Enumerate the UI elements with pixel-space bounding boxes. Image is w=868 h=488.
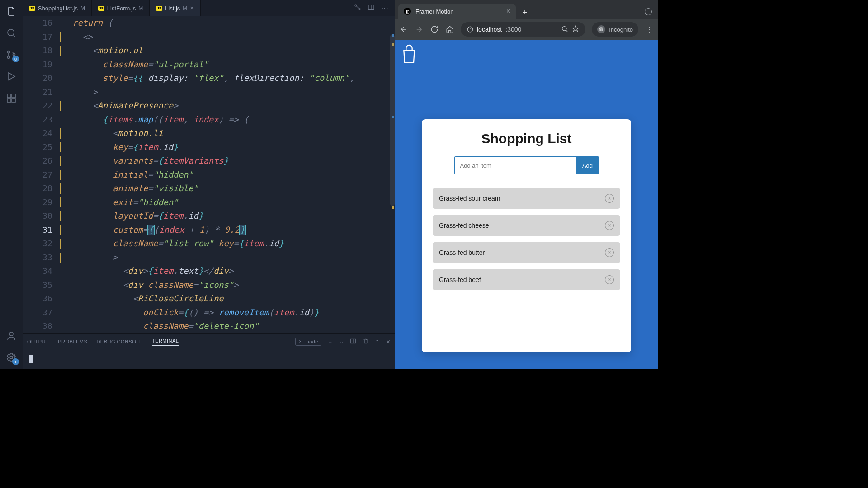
new-terminal-icon[interactable]: ＋ bbox=[328, 338, 333, 345]
code-line[interactable]: 34 <div>{item.text}</div> bbox=[23, 264, 395, 278]
code-line[interactable]: 27 initial="hidden" bbox=[23, 168, 395, 182]
panel-tab[interactable]: PROBLEMS bbox=[58, 339, 87, 344]
code-line[interactable]: 29 exit="hidden" bbox=[23, 196, 395, 210]
account-icon[interactable] bbox=[5, 330, 17, 342]
code-line[interactable]: 33 > bbox=[23, 251, 395, 265]
line-number: 33 bbox=[23, 251, 62, 265]
code-line[interactable]: 24 <motion.li bbox=[23, 127, 395, 141]
line-number: 24 bbox=[23, 127, 62, 141]
code-line[interactable]: 38 className="delete-icon" bbox=[23, 319, 395, 333]
code-editor[interactable]: 16 return (17 <>18 <motion.ul19 classNam… bbox=[23, 16, 395, 333]
editor-area: JS ShoppingList.js MJS ListForm.js MJS L… bbox=[23, 0, 395, 369]
chrome-menu-icon[interactable]: ⋮ bbox=[645, 25, 654, 34]
url-port: :3000 bbox=[505, 26, 521, 33]
delete-item-icon[interactable]: × bbox=[605, 275, 614, 284]
close-tab-icon[interactable]: × bbox=[190, 5, 193, 12]
close-panel-icon[interactable]: ✕ bbox=[386, 339, 391, 345]
code-line[interactable]: 19 className="ul-portal" bbox=[23, 58, 395, 72]
app-viewport: Shopping List Add Grass-fed sour cream ×… bbox=[395, 40, 658, 369]
code-line[interactable]: 30 layoutId={item.id} bbox=[23, 209, 395, 223]
settings-badge: 1 bbox=[12, 358, 19, 365]
panel-tab[interactable]: TERMINAL bbox=[152, 338, 179, 346]
line-number: 21 bbox=[23, 85, 62, 99]
new-tab-button[interactable]: + bbox=[519, 6, 531, 19]
reload-icon[interactable] bbox=[430, 25, 439, 34]
panel-tab[interactable]: OUTPUT bbox=[27, 339, 49, 344]
explorer-icon[interactable] bbox=[5, 5, 17, 17]
item-text: Grass-fed sour cream bbox=[439, 195, 500, 202]
line-number: 25 bbox=[23, 141, 62, 155]
code-line[interactable]: 35 <div className="icons"> bbox=[23, 278, 395, 292]
editor-tab[interactable]: JS List.js M× bbox=[150, 0, 200, 16]
editor-tab[interactable]: JS ShoppingList.js M bbox=[23, 0, 92, 16]
extensions-icon[interactable] bbox=[5, 92, 17, 104]
bookmark-star-icon[interactable] bbox=[572, 25, 579, 34]
code-line[interactable]: 20 style={{ display: "flex", flexDirecti… bbox=[23, 71, 395, 85]
add-button[interactable]: Add bbox=[576, 156, 599, 174]
run-debug-icon[interactable] bbox=[5, 70, 17, 82]
close-tab-icon[interactable]: × bbox=[506, 7, 510, 15]
code-line[interactable]: 17 <> bbox=[23, 30, 395, 44]
source-control-icon[interactable]: 8 bbox=[5, 49, 17, 61]
settings-gear-icon[interactable]: 1 bbox=[5, 352, 17, 363]
svg-rect-7 bbox=[12, 99, 15, 102]
tab-actions: ⋯ bbox=[354, 0, 395, 16]
terminal-cursor bbox=[29, 355, 33, 363]
svg-point-16 bbox=[600, 29, 601, 31]
code-line[interactable]: 28 animate="visible" bbox=[23, 182, 395, 196]
tab-modified-indicator: M bbox=[80, 5, 85, 11]
compare-icon[interactable] bbox=[354, 4, 361, 13]
code-line[interactable]: 22 <AnimatePresence> bbox=[23, 99, 395, 113]
code-line[interactable]: 21 > bbox=[23, 85, 395, 99]
code-line[interactable]: 16 return ( bbox=[23, 16, 395, 30]
chrome-tab[interactable]: ◐ Framer Motion × bbox=[398, 4, 516, 19]
line-number: 34 bbox=[23, 264, 62, 278]
delete-item-icon[interactable]: × bbox=[605, 194, 614, 203]
incognito-chip[interactable]: Incognito bbox=[592, 22, 638, 37]
svg-point-1 bbox=[8, 51, 10, 53]
delete-item-icon[interactable]: × bbox=[605, 248, 614, 257]
terminal-dropdown-icon[interactable]: ⌄ bbox=[340, 339, 344, 345]
add-item-input[interactable] bbox=[454, 156, 576, 174]
split-terminal-icon[interactable] bbox=[350, 338, 356, 345]
code-line[interactable]: 23 {items.map((item, index) => ( bbox=[23, 113, 395, 127]
bottom-panel: OUTPUTPROBLEMSDEBUG CONSOLETERMINAL node… bbox=[23, 333, 395, 369]
svg-point-0 bbox=[8, 29, 14, 36]
search-in-page-icon[interactable] bbox=[561, 25, 568, 34]
code-line[interactable]: 26 variants={itemVariants} bbox=[23, 154, 395, 168]
code-line[interactable]: 32 className="list-row" key={item.id} bbox=[23, 237, 395, 251]
editor-tab[interactable]: JS ListForm.js M bbox=[92, 0, 150, 16]
search-icon[interactable] bbox=[5, 27, 17, 39]
code-line[interactable]: 37 onClick={() => removeItem(item.id)} bbox=[23, 306, 395, 320]
split-editor-icon[interactable] bbox=[368, 4, 375, 13]
delete-item-icon[interactable]: × bbox=[605, 221, 614, 230]
code-line[interactable]: 36 <RiCloseCircleLine bbox=[23, 292, 395, 306]
code-line[interactable]: 25 key={item.id} bbox=[23, 141, 395, 155]
back-icon[interactable] bbox=[399, 25, 408, 34]
more-icon[interactable]: ⋯ bbox=[381, 4, 388, 13]
terminal-body[interactable] bbox=[23, 349, 395, 369]
home-icon[interactable] bbox=[445, 25, 454, 34]
site-info-icon[interactable] bbox=[467, 26, 473, 33]
forward-icon[interactable] bbox=[415, 25, 424, 34]
kill-terminal-icon[interactable] bbox=[363, 338, 369, 345]
svg-point-2 bbox=[8, 56, 10, 59]
code-line[interactable]: 31 custom={(index + 1) * 0.2} bbox=[23, 223, 395, 237]
line-number: 38 bbox=[23, 319, 62, 333]
incognito-label: Incognito bbox=[609, 26, 633, 33]
add-item-form: Add bbox=[454, 156, 599, 174]
maximize-panel-icon[interactable]: ⌃ bbox=[375, 339, 380, 345]
vertical-scrollbar[interactable] bbox=[390, 34, 395, 206]
line-number: 28 bbox=[23, 182, 62, 196]
window-control-icon[interactable] bbox=[645, 8, 652, 15]
item-text: Grass-fed beef bbox=[439, 276, 481, 283]
chrome-window: ◐ Framer Motion × + localhost:3000 bbox=[395, 0, 658, 369]
terminal-picker[interactable]: node bbox=[295, 338, 321, 346]
panel-tab[interactable]: DEBUG CONSOLE bbox=[96, 339, 142, 344]
address-bar[interactable]: localhost:3000 bbox=[461, 22, 585, 37]
line-number: 16 bbox=[23, 16, 62, 30]
code-line[interactable]: 18 <motion.ul bbox=[23, 44, 395, 58]
svg-point-9 bbox=[10, 356, 13, 359]
js-file-icon: JS bbox=[156, 6, 162, 11]
js-file-icon: JS bbox=[29, 6, 35, 11]
